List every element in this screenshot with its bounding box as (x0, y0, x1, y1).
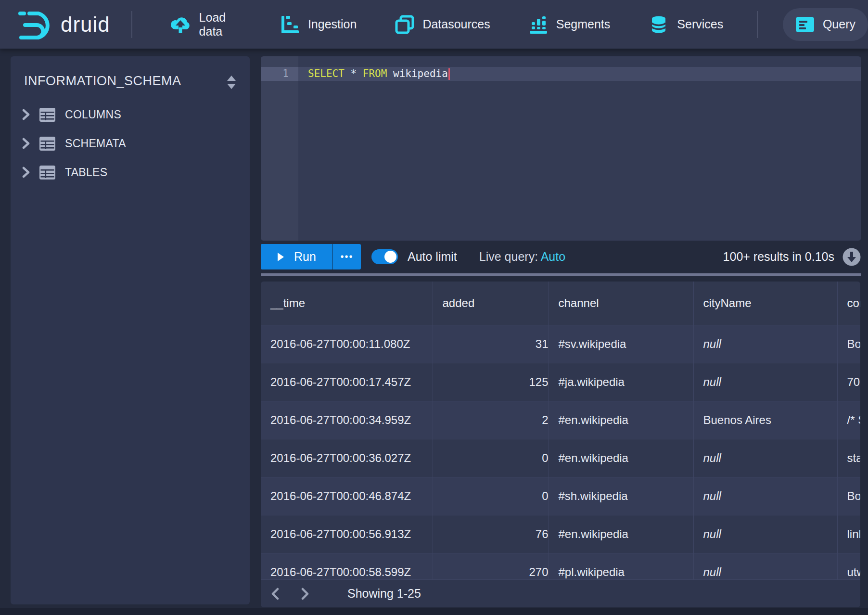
cell-added: 2 (433, 401, 549, 439)
nav-item-label: Query (823, 17, 855, 31)
header-row: __time added channel cityName comment (261, 282, 860, 325)
cell-comment: utw (837, 553, 860, 579)
results-panel: __time added channel cityName comment 20… (261, 282, 860, 607)
nav-item-label: Ingestion (308, 17, 357, 31)
cell-channel: #pl.wikipedia (549, 553, 693, 579)
sql-keyword: FROM (363, 68, 387, 79)
ingestion-chart-icon (281, 15, 300, 34)
table-row: 2016-06-27T00:00:36.027Z 0 #en.wikipedia… (261, 439, 860, 477)
run-button-group: Run ••• (261, 244, 361, 269)
cell-added: 0 (433, 477, 549, 515)
cloud-upload-icon (170, 14, 191, 35)
prev-page-button[interactable] (265, 583, 286, 604)
cell-time: 2016-06-27T00:00:11.080Z (261, 325, 433, 363)
cell-time: 2016-06-27T00:00:17.457Z (261, 363, 433, 401)
sql-query-text[interactable]: SELECT * FROM wikipedia (308, 67, 450, 81)
sidebar-item-label: TABLES (65, 166, 107, 179)
schema-sidebar: INFORMATION_SCHEMA COLUMNS (11, 56, 250, 604)
column-header-cityname[interactable]: cityName (693, 282, 837, 325)
segments-bars-icon (529, 15, 548, 34)
auto-limit-switch-wrap[interactable]: Auto limit (371, 249, 457, 264)
cell-cityname: null (693, 363, 837, 401)
schema-header: INFORMATION_SCHEMA (11, 56, 250, 100)
cell-cityname: Buenos Aires (693, 401, 837, 439)
more-icon: ••• (340, 251, 353, 262)
database-icon (649, 14, 669, 35)
cell-time: 2016-06-27T00:00:46.874Z (261, 477, 433, 515)
column-header-channel[interactable]: channel (549, 282, 693, 325)
nav-item-label: Segments (556, 17, 611, 31)
table-row: 2016-06-27T00:00:17.457Z 125 #ja.wikiped… (261, 363, 860, 401)
auto-limit-label: Auto limit (408, 250, 457, 264)
nav-item-label: Services (677, 17, 723, 31)
nav-divider (131, 11, 132, 38)
cell-comment: /* S (837, 401, 860, 439)
stacked-squares-icon (395, 15, 414, 34)
table-row: 2016-06-27T00:00:34.959Z 2 #en.wikipedia… (261, 401, 860, 439)
cell-comment: link (837, 515, 860, 553)
column-header-time[interactable]: __time (261, 282, 433, 325)
nav-item-ingestion[interactable]: Ingestion (268, 8, 369, 41)
cell-comment: Bot (837, 477, 860, 515)
cell-added: 125 (433, 363, 549, 401)
cell-channel: #en.wikipedia (549, 515, 693, 553)
sidebar-item-columns[interactable]: COLUMNS (11, 100, 250, 129)
results-table-area: __time added channel cityName comment 20… (261, 282, 860, 579)
query-toolbar: Run ••• Auto limit Live query: Auto 100+… (261, 244, 861, 269)
live-query-value[interactable]: Auto (541, 250, 565, 263)
nav-item-datasources[interactable]: Datasources (383, 8, 502, 41)
cell-cityname: null (693, 325, 837, 363)
nav-item-services[interactable]: Services (636, 8, 736, 41)
table-icon (39, 137, 55, 151)
brand-text: druid (61, 13, 110, 37)
druid-logo-icon (17, 9, 54, 40)
cell-channel: #en.wikipedia (549, 401, 693, 439)
nav-divider (757, 11, 758, 38)
results-info: 100+ results in 0.10s (723, 250, 834, 264)
sql-editor[interactable]: 1 SELECT * FROM wikipedia (261, 56, 861, 241)
more-options-button[interactable]: ••• (332, 244, 361, 269)
cell-added: 76 (433, 515, 549, 553)
cell-time: 2016-06-27T00:00:36.027Z (261, 439, 433, 477)
table-row: 2016-06-27T00:00:58.599Z 270 #pl.wikiped… (261, 553, 860, 579)
column-header-comment[interactable]: comment (837, 282, 860, 325)
results-footer: Showing 1-25 (261, 579, 860, 607)
chevron-right-icon (21, 138, 31, 149)
play-icon (277, 252, 284, 262)
download-circle-icon[interactable] (842, 247, 861, 267)
live-query: Live query: Auto (479, 250, 565, 264)
cell-channel: #en.wikipedia (549, 439, 693, 477)
console-icon (795, 16, 815, 33)
brand[interactable]: druid (17, 9, 110, 40)
cell-time: 2016-06-27T00:00:34.959Z (261, 401, 433, 439)
table-row: 2016-06-27T00:00:11.080Z 31 #sv.wikipedi… (261, 325, 860, 363)
run-button[interactable]: Run (261, 244, 332, 269)
results-table: __time added channel cityName comment 20… (261, 282, 860, 579)
nav-item-label: Datasources (422, 17, 490, 31)
navbar: druid Load data Ingestion (0, 0, 868, 49)
cell-channel: #ja.wikipedia (549, 363, 693, 401)
line-number: 1 (261, 67, 289, 81)
next-page-button[interactable] (294, 583, 316, 604)
sidebar-item-label: SCHEMATA (65, 137, 126, 150)
auto-limit-toggle[interactable] (371, 249, 398, 264)
nav-item-segments[interactable]: Segments (516, 8, 623, 41)
text-cursor (448, 68, 450, 80)
chevron-right-icon (21, 167, 31, 178)
nav-item-query[interactable]: Query (783, 8, 868, 41)
sidebar-item-schemata[interactable]: SCHEMATA (11, 129, 250, 158)
live-query-label: Live query: (479, 250, 538, 263)
cell-comment: sta (837, 439, 860, 477)
cell-cityname: null (693, 439, 837, 477)
cell-cityname: null (693, 477, 837, 515)
double-caret-vertical-icon[interactable] (226, 75, 237, 90)
cell-channel: #sh.wikipedia (549, 477, 693, 515)
cell-added: 0 (433, 439, 549, 477)
nav-item-load-data[interactable]: Load data (157, 8, 255, 41)
editor-gutter (261, 56, 298, 241)
cell-channel: #sv.wikipedia (549, 325, 693, 363)
sidebar-item-tables[interactable]: TABLES (11, 158, 250, 187)
panel-splitter[interactable] (261, 273, 861, 276)
column-header-added[interactable]: added (433, 282, 549, 325)
pagination-status: Showing 1-25 (347, 587, 421, 601)
